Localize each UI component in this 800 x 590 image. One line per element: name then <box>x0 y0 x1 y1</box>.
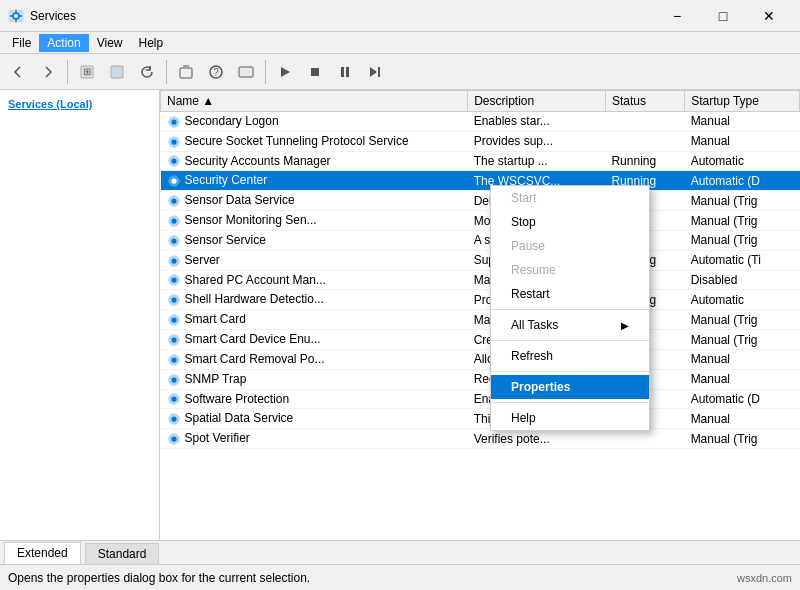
console-button[interactable] <box>232 58 260 86</box>
service-startup-cell: Manual <box>685 349 800 369</box>
service-startup-cell: Manual (Trig <box>685 310 800 330</box>
menu-view[interactable]: View <box>89 34 131 52</box>
service-startup-cell: Manual (Trig <box>685 230 800 250</box>
forward-button[interactable] <box>34 58 62 86</box>
context-menu-label: Resume <box>511 263 556 277</box>
export-button[interactable] <box>172 58 200 86</box>
service-name-cell: SNMP Trap <box>161 369 468 389</box>
svg-point-47 <box>171 377 176 382</box>
context-menu-item[interactable]: Refresh <box>491 344 649 368</box>
svg-rect-15 <box>311 68 319 76</box>
service-startup-cell: Automatic <box>685 151 800 171</box>
svg-point-41 <box>171 317 176 322</box>
table-row[interactable]: Secondary LogonEnables star...Manual <box>161 112 800 132</box>
service-name-cell: Smart Card Device Enu... <box>161 330 468 350</box>
svg-point-27 <box>171 179 176 184</box>
col-startup[interactable]: Startup Type <box>685 91 800 112</box>
service-name-cell: Server <box>161 250 468 270</box>
service-startup-cell: Manual (Trig <box>685 429 800 449</box>
service-name-cell: Spot Verifier <box>161 429 468 449</box>
window-title: Services <box>30 9 654 23</box>
close-button[interactable]: ✕ <box>746 0 792 32</box>
stop-button[interactable] <box>301 58 329 86</box>
service-startup-cell: Manual <box>685 131 800 151</box>
table-row[interactable]: Spot VerifierVerifies pote...Manual (Tri… <box>161 429 800 449</box>
context-menu: StartStopPauseResumeRestartAll Tasks▶Ref… <box>490 185 650 431</box>
context-menu-item[interactable]: Stop <box>491 210 649 234</box>
pause-button[interactable] <box>331 58 359 86</box>
service-status-cell <box>605 112 684 132</box>
service-startup-cell: Manual <box>685 409 800 429</box>
menu-file[interactable]: File <box>4 34 39 52</box>
table-row[interactable]: Smart Card Removal Po...Allows the s...M… <box>161 349 800 369</box>
service-name-cell: Sensor Data Service <box>161 191 468 211</box>
skip-button[interactable] <box>361 58 389 86</box>
service-startup-cell: Automatic (D <box>685 389 800 409</box>
svg-text:?: ? <box>213 67 219 78</box>
show-button[interactable] <box>103 58 131 86</box>
left-panel-title[interactable]: Services (Local) <box>8 98 151 110</box>
context-menu-separator <box>491 371 649 372</box>
col-status[interactable]: Status <box>605 91 684 112</box>
service-status-cell <box>605 131 684 151</box>
table-row[interactable]: Shared PC Account Man...Manages pr...Dis… <box>161 270 800 290</box>
service-area: Name ▲ Description Status Startup Type S… <box>160 90 800 540</box>
svg-point-25 <box>171 159 176 164</box>
svg-point-33 <box>171 238 176 243</box>
table-row[interactable]: ServerSupports file...RunningAutomatic (… <box>161 250 800 270</box>
table-row[interactable]: Sensor ServiceA service for ...Manual (T… <box>161 230 800 250</box>
col-description[interactable]: Description <box>468 91 606 112</box>
context-menu-item: Start <box>491 186 649 210</box>
play-button[interactable] <box>271 58 299 86</box>
svg-rect-17 <box>346 67 349 77</box>
toolbar: ⊞ ? <box>0 54 800 90</box>
service-startup-cell: Manual (Trig <box>685 330 800 350</box>
status-bar: Opens the properties dialog box for the … <box>0 564 800 590</box>
service-list: Secondary LogonEnables star...ManualSecu… <box>161 112 800 449</box>
up-button[interactable]: ⊞ <box>73 58 101 86</box>
help-button[interactable]: ? <box>202 58 230 86</box>
service-startup-cell: Disabled <box>685 270 800 290</box>
minimize-button[interactable]: − <box>654 0 700 32</box>
svg-rect-19 <box>378 67 380 77</box>
context-menu-item[interactable]: Restart <box>491 282 649 306</box>
context-menu-item[interactable]: All Tasks▶ <box>491 313 649 337</box>
table-row[interactable]: Spatial Data ServiceThis service i...Man… <box>161 409 800 429</box>
table-row[interactable]: Smart CardManages ac...Manual (Trig <box>161 310 800 330</box>
table-row[interactable]: Security Accounts ManagerThe startup ...… <box>161 151 800 171</box>
menu-help[interactable]: Help <box>131 34 172 52</box>
service-status-cell <box>605 429 684 449</box>
table-row[interactable]: Security CenterThe WSCSVC...RunningAutom… <box>161 171 800 191</box>
col-name[interactable]: Name ▲ <box>161 91 468 112</box>
service-name-cell: Security Accounts Manager <box>161 151 468 171</box>
menu-action[interactable]: Action <box>39 34 88 52</box>
table-row[interactable]: Smart Card Device Enu...Creates soft...M… <box>161 330 800 350</box>
table-scroll[interactable]: Name ▲ Description Status Startup Type S… <box>160 90 800 540</box>
maximize-button[interactable]: □ <box>700 0 746 32</box>
context-menu-label: All Tasks <box>511 318 558 332</box>
table-row[interactable]: Sensor Monitoring Sen...Monitors va...Ma… <box>161 211 800 231</box>
back-button[interactable] <box>4 58 32 86</box>
context-menu-item: Resume <box>491 258 649 282</box>
table-row[interactable]: Secure Socket Tunneling Protocol Service… <box>161 131 800 151</box>
toolbar-sep-3 <box>265 60 266 84</box>
service-name-cell: Secondary Logon <box>161 112 468 132</box>
svg-point-39 <box>171 298 176 303</box>
tab-extended[interactable]: Extended <box>4 542 81 564</box>
table-row[interactable]: Sensor Data ServiceDelivers dat...Manual… <box>161 191 800 211</box>
table-row[interactable]: Shell Hardware Detectio...Provides not..… <box>161 290 800 310</box>
service-startup-cell: Manual <box>685 369 800 389</box>
context-menu-item[interactable]: Properties <box>491 375 649 399</box>
table-row[interactable]: Software ProtectionEnables the ...Automa… <box>161 389 800 409</box>
tab-standard[interactable]: Standard <box>85 543 160 564</box>
context-menu-label: Properties <box>511 380 570 394</box>
refresh-button[interactable] <box>133 58 161 86</box>
service-startup-cell: Manual (Trig <box>685 211 800 231</box>
svg-point-31 <box>171 218 176 223</box>
service-name-cell: Security Center <box>161 171 468 191</box>
svg-point-37 <box>171 278 176 283</box>
context-menu-item[interactable]: Help <box>491 406 649 430</box>
svg-marker-14 <box>281 67 290 77</box>
svg-point-51 <box>171 417 176 422</box>
table-row[interactable]: SNMP TrapReceives tra...Manual <box>161 369 800 389</box>
